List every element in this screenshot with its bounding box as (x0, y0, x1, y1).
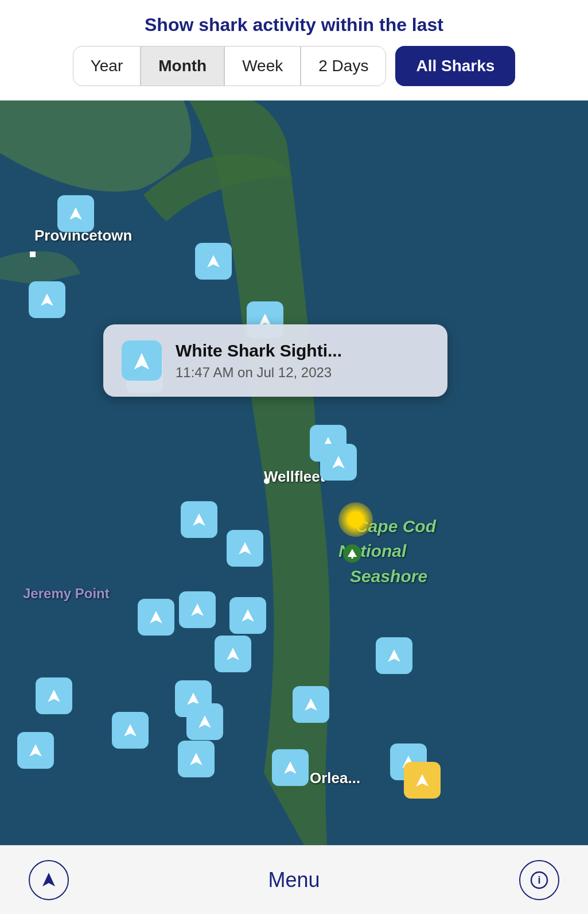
provincetown-dot (30, 251, 36, 257)
popup-card[interactable]: White Shark Sighti... 11:47 AM on Jul 12… (103, 324, 447, 397)
shark-pin[interactable] (320, 444, 357, 481)
tree-icon (346, 548, 358, 559)
svg-marker-14 (191, 603, 204, 616)
header: Show shark activity within the last Year… (0, 0, 588, 100)
shark-pin[interactable] (229, 597, 266, 634)
svg-marker-15 (242, 609, 254, 622)
filter-month-button[interactable]: Month (141, 46, 224, 86)
shark-pin[interactable] (272, 749, 309, 786)
svg-marker-4 (207, 255, 220, 268)
svg-marker-24 (284, 761, 297, 774)
svg-marker-9 (332, 456, 345, 468)
svg-marker-22 (29, 744, 42, 757)
bottom-bar: Menu i (0, 845, 588, 914)
all-sharks-button[interactable]: All Sharks (395, 46, 515, 86)
shark-pin[interactable] (17, 732, 54, 769)
shark-pin[interactable] (178, 741, 215, 777)
filter-2days-button[interactable]: 2 Days (301, 46, 386, 86)
shark-pin[interactable] (376, 637, 412, 674)
svg-marker-10 (193, 513, 205, 526)
park-dot (343, 544, 361, 563)
navigation-arrow-icon (39, 870, 59, 890)
header-title: Show shark activity within the last (145, 14, 443, 36)
shark-pin[interactable] (195, 243, 232, 280)
shark-pin[interactable] (293, 686, 329, 723)
svg-marker-21 (305, 698, 317, 711)
shark-pin[interactable] (227, 530, 263, 567)
location-button[interactable] (29, 860, 69, 900)
info-circle-icon: i (529, 870, 549, 890)
wellfleet-dot (264, 478, 270, 484)
shark-pin[interactable] (179, 591, 216, 628)
svg-marker-18 (124, 724, 137, 737)
svg-marker-28 (42, 873, 55, 886)
svg-marker-11 (239, 542, 251, 555)
shark-pin[interactable] (181, 501, 217, 538)
filter-year-button[interactable]: Year (73, 46, 141, 86)
shark-pin-yellow[interactable] (404, 762, 441, 799)
shark-pin[interactable] (112, 712, 149, 749)
popup-subtitle: 11:47 AM on Jul 12, 2023 (176, 365, 429, 381)
svg-marker-16 (227, 648, 239, 660)
popup-title: White Shark Sighti... (176, 340, 429, 361)
info-button[interactable]: i (519, 860, 559, 900)
svg-marker-5 (41, 293, 53, 306)
svg-marker-1 (348, 549, 357, 557)
svg-marker-26 (416, 774, 429, 787)
shark-pin[interactable] (57, 195, 94, 232)
menu-label[interactable]: Menu (268, 868, 320, 892)
shark-pin[interactable] (138, 599, 174, 636)
svg-rect-2 (352, 557, 353, 559)
shark-pin[interactable] (36, 677, 72, 714)
popup-text: White Shark Sighti... 11:47 AM on Jul 12… (176, 340, 429, 381)
filter-week-button[interactable]: Week (224, 46, 301, 86)
map-container[interactable]: Provincetown Wellfleet Jeremy Point Cape… (0, 100, 588, 845)
svg-marker-23 (190, 753, 203, 765)
shark-pin[interactable] (186, 703, 223, 740)
svg-marker-27 (134, 353, 149, 370)
svg-marker-17 (48, 690, 60, 702)
svg-text:i: i (538, 874, 540, 886)
popup-shark-icon (122, 340, 162, 381)
filter-row: Year Month Week 2 Days All Sharks (73, 46, 516, 86)
svg-marker-20 (198, 715, 211, 728)
shark-pin[interactable] (29, 281, 65, 318)
svg-marker-3 (69, 207, 82, 220)
svg-marker-13 (150, 611, 162, 623)
shark-fin-icon (129, 348, 154, 373)
svg-marker-12 (388, 649, 400, 662)
yellow-sensor-dot[interactable] (338, 502, 373, 537)
shark-pin[interactable] (215, 636, 251, 672)
